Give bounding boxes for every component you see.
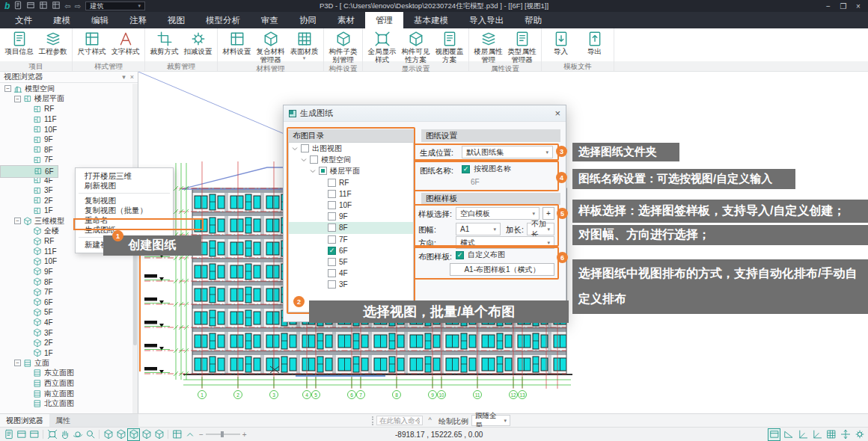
- collapse-icon[interactable]: −: [14, 96, 21, 102]
- checkbox-icon[interactable]: [328, 179, 336, 187]
- menu-item-素材[interactable]: 素材: [327, 12, 365, 28]
- zoom-out-icon[interactable]: −: [199, 431, 204, 439]
- context-menu-item-重命名[interactable]: 重命名: [76, 215, 173, 225]
- layer-list-icon[interactable]: [171, 428, 183, 441]
- tree-item-3F[interactable]: 3F: [0, 327, 132, 338]
- tree-item-1F[interactable]: 1F: [0, 348, 132, 358]
- menu-item-建模[interactable]: 建模: [43, 12, 81, 28]
- menu-item-协同[interactable]: 协同: [289, 12, 327, 28]
- collapse-icon[interactable]: −: [14, 218, 21, 224]
- dialog-tree-item-7F[interactable]: 7F: [289, 234, 413, 245]
- checkbox-icon[interactable]: [319, 167, 327, 175]
- chevron-expand-icon[interactable]: [292, 146, 298, 152]
- ribbon-button-项目信息[interactable]: 项目信息: [2, 30, 36, 56]
- view-material-icon[interactable]: [153, 428, 165, 441]
- checkbox-icon[interactable]: [328, 201, 336, 209]
- tree-item-9F[interactable]: 9F: [0, 135, 132, 145]
- dialog-tree-item-8F[interactable]: 8F: [289, 222, 413, 233]
- dialog-tree-item-出图视图[interactable]: 出图视图: [289, 143, 413, 154]
- ribbon-button-文字样式[interactable]: 文字样式: [109, 30, 142, 56]
- collapse-icon[interactable]: −: [14, 360, 21, 366]
- chevron-expand-icon[interactable]: [310, 168, 316, 174]
- size-select[interactable]: A1▾: [456, 223, 501, 235]
- slope-icon[interactable]: [782, 428, 795, 441]
- context-menu-item-生成图纸[interactable]: 生成图纸: [76, 225, 173, 235]
- tree-item-7F[interactable]: 7F: [0, 155, 132, 165]
- orientation-select[interactable]: 横式▾: [456, 236, 554, 249]
- tree-item-西立面图[interactable]: 西立面图: [0, 378, 132, 389]
- tree-item-10F[interactable]: 10F: [0, 256, 132, 267]
- checkbox-icon[interactable]: [328, 280, 336, 289]
- context-menu-item-复制视图[interactable]: 复制视图: [76, 196, 173, 206]
- ribbon-button-工程参数[interactable]: 工程参数: [36, 30, 70, 56]
- ortho-icon[interactable]: [810, 428, 823, 441]
- command-input[interactable]: [376, 416, 423, 425]
- copy-view-icon[interactable]: [28, 428, 40, 441]
- ribbon-button-构件子类别管理[interactable]: 构件子类别管理: [326, 30, 360, 64]
- drag-grip[interactable]: [372, 416, 373, 425]
- ribbon-button-视图覆盖方案[interactable]: 视图覆盖方案: [433, 30, 466, 64]
- open-icon[interactable]: [26, 1, 35, 11]
- tree-item-楼层平面[interactable]: −楼层平面: [0, 94, 132, 105]
- menu-item-导入导出[interactable]: 导入导出: [459, 12, 514, 28]
- tree-item-8F[interactable]: 8F: [0, 145, 132, 155]
- view-cube-icon[interactable]: [127, 428, 140, 441]
- menu-item-审查[interactable]: 审查: [251, 12, 289, 28]
- checkbox-checked-icon[interactable]: [456, 251, 464, 259]
- collapse-caret-button[interactable]: ^: [425, 416, 435, 425]
- checkbox-icon[interactable]: [328, 258, 336, 266]
- grid-icon[interactable]: [825, 428, 837, 441]
- checkbox-icon[interactable]: [328, 235, 336, 244]
- tab-view-browser[interactable]: 视图浏览器: [0, 414, 49, 428]
- menu-item-模型分析[interactable]: 模型分析: [195, 12, 251, 28]
- checkbox-icon[interactable]: [328, 247, 336, 255]
- dialog-tree-item-10F[interactable]: 10F: [289, 200, 413, 211]
- ribbon-button-复合材料管理器[interactable]: 复合材料管理器: [254, 30, 287, 64]
- ribbon-button-全局显示样式[interactable]: 全局显示样式: [365, 30, 399, 64]
- ribbon-button-类型属性管理器[interactable]: 类型属性管理器: [505, 30, 539, 64]
- zoom-slider[interactable]: − +: [199, 431, 247, 439]
- context-menu-item-刷新视图[interactable]: 刷新视图: [76, 181, 173, 191]
- tree-item-5F[interactable]: 5F: [0, 307, 132, 318]
- redo-icon[interactable]: ⇨: [75, 2, 81, 10]
- zoom-icon[interactable]: [84, 428, 97, 441]
- gen-location-select[interactable]: 默认图纸集▾: [462, 146, 553, 158]
- view-iso-icon[interactable]: [102, 428, 114, 441]
- dialog-tree-item-5F[interactable]: 5F: [289, 256, 413, 268]
- layout-template-checkbox-row[interactable]: 自定义布图: [456, 250, 505, 260]
- slider-track[interactable]: [206, 434, 240, 435]
- slider-thumb[interactable]: [221, 431, 224, 437]
- restore-button[interactable]: ❐: [837, 1, 850, 11]
- menu-item-注释[interactable]: 注释: [119, 12, 157, 28]
- tree-item-11F[interactable]: 11F: [0, 114, 132, 125]
- chevron-expand-icon[interactable]: [301, 157, 307, 163]
- tree-item-9F[interactable]: 9F: [0, 267, 132, 277]
- close-button[interactable]: ×: [852, 1, 865, 11]
- dialog-tree-item-模型空间[interactable]: 模型空间: [289, 154, 413, 165]
- menu-item-文件[interactable]: 文件: [4, 12, 43, 28]
- tree-item-南立面图[interactable]: 南立面图: [0, 389, 132, 399]
- tree-item-4F[interactable]: 4F: [0, 318, 132, 328]
- draw-scale-select[interactable]: 跟随全局 ▾: [471, 415, 510, 426]
- tree-item-模型空间[interactable]: −模型空间: [0, 84, 132, 94]
- menu-item-管理[interactable]: 管理: [365, 12, 403, 28]
- dialog-tree-item-6F[interactable]: 6F: [289, 245, 413, 256]
- dialog-tree-item-11F[interactable]: 11F: [289, 188, 413, 200]
- dialog-tree-item-RF[interactable]: RF: [289, 177, 413, 188]
- ribbon-button-尺寸样式[interactable]: 尺寸样式: [75, 30, 109, 56]
- ribbon-button-表面材质[interactable]: 表面材质▾: [287, 30, 321, 61]
- tree-item-东立面图[interactable]: 东立面图: [0, 368, 132, 379]
- new-icon[interactable]: [13, 1, 22, 11]
- dialog-tree-item-9F[interactable]: 9F: [289, 211, 413, 222]
- tree-item-2F[interactable]: 2F: [0, 338, 132, 348]
- new-view-icon[interactable]: [2, 428, 15, 441]
- tree-item-7F[interactable]: 7F: [0, 287, 132, 297]
- view-shaded-icon[interactable]: [140, 428, 153, 441]
- pin-icon[interactable]: ▾: [122, 73, 126, 81]
- dialog-tree-item-楼层平面[interactable]: 楼层平面: [289, 165, 413, 176]
- tree-item-6F[interactable]: 6F: [0, 297, 132, 307]
- dialog-close-icon[interactable]: ×: [554, 108, 560, 119]
- context-menu-item-打开楼层三维[interactable]: 打开楼层三维: [76, 171, 173, 181]
- close-icon[interactable]: ×: [130, 73, 134, 81]
- sheet-name-checkbox-row[interactable]: 按视图名称: [462, 164, 511, 174]
